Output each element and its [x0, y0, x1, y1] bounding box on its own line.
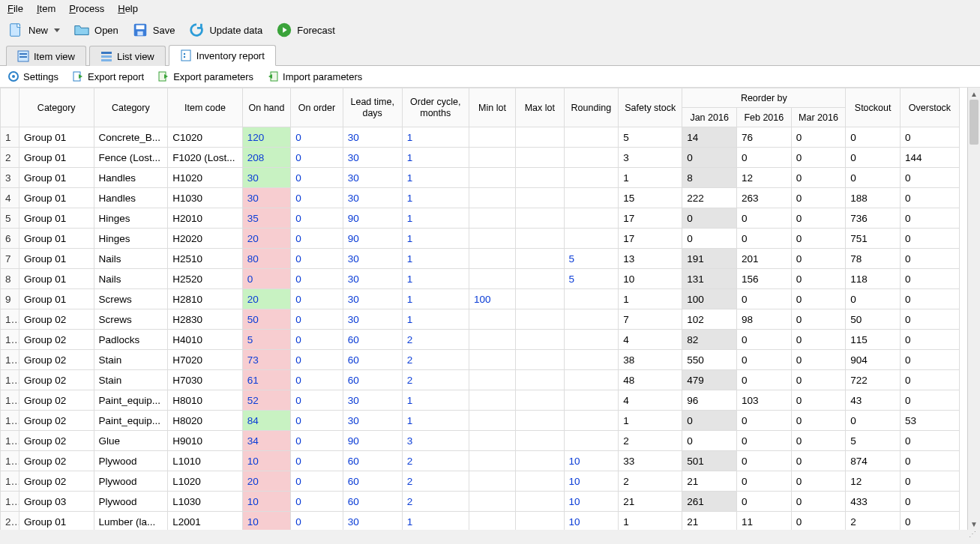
cell-safety-stock[interactable]: 4	[619, 330, 682, 350]
cell-stockout[interactable]: 0	[846, 289, 901, 309]
cell-reorder-mar[interactable]: 0	[791, 390, 846, 411]
cell-category2[interactable]: Plywood	[94, 471, 168, 492]
save-button[interactable]: Save	[132, 22, 175, 38]
cell-rownum[interactable]: 4	[1, 188, 19, 208]
cell-reorder-mar[interactable]: 0	[791, 127, 846, 148]
resize-grip[interactable]: ⋰	[0, 530, 980, 537]
cell-rounding[interactable]	[564, 188, 619, 208]
cell-stockout[interactable]: 736	[846, 208, 901, 229]
cell-order-cycle[interactable]: 1	[402, 512, 469, 531]
cell-rownum[interactable]: 5	[1, 208, 19, 229]
cell-rounding[interactable]: 5	[564, 269, 619, 289]
open-button[interactable]: Open	[73, 22, 118, 38]
cell-reorder-jan[interactable]: 8	[682, 168, 737, 188]
cell-stockout[interactable]: 904	[846, 350, 901, 370]
cell-max-lot[interactable]	[516, 370, 564, 390]
update-data-button[interactable]: Update data	[188, 22, 262, 38]
cell-overstock[interactable]: 0	[900, 390, 959, 411]
cell-rounding[interactable]	[564, 148, 619, 168]
table-row[interactable]: 8Group 01NailsH25200030151013115601180	[1, 269, 960, 289]
cell-reorder-mar[interactable]: 0	[791, 350, 846, 370]
cell-category[interactable]: Group 02	[19, 309, 94, 330]
cell-reorder-mar[interactable]: 0	[791, 471, 846, 492]
cell-rounding[interactable]	[564, 309, 619, 330]
cell-stockout[interactable]: 0	[846, 148, 901, 168]
cell-reorder-mar[interactable]: 0	[791, 168, 846, 188]
cell-min-lot[interactable]	[469, 148, 515, 168]
cell-safety-stock[interactable]: 3	[619, 148, 682, 168]
cell-stockout[interactable]: 50	[846, 309, 901, 330]
cell-reorder-mar[interactable]: 0	[791, 208, 846, 229]
cell-category[interactable]: Group 01	[19, 249, 94, 269]
cell-on-order[interactable]: 0	[291, 512, 343, 531]
cell-rownum[interactable]: 10	[1, 309, 19, 330]
cell-rownum[interactable]: 18	[1, 471, 19, 492]
cell-reorder-mar[interactable]: 0	[791, 431, 846, 451]
cell-on-hand[interactable]: 61	[242, 370, 290, 390]
table-row[interactable]: 11Group 02PadlocksH401050602482001150	[1, 330, 960, 350]
cell-lead-time[interactable]: 30	[343, 127, 402, 148]
cell-max-lot[interactable]	[516, 249, 564, 269]
cell-on-hand[interactable]: 30	[242, 188, 290, 208]
cell-reorder-feb[interactable]: 0	[736, 330, 791, 350]
cell-rownum[interactable]: 6	[1, 229, 19, 249]
cell-safety-stock[interactable]: 7	[619, 309, 682, 330]
cell-order-cycle[interactable]: 2	[402, 350, 469, 370]
cell-order-cycle[interactable]: 1	[402, 249, 469, 269]
cell-reorder-jan[interactable]: 479	[682, 370, 737, 390]
cell-lead-time[interactable]: 30	[343, 249, 402, 269]
cell-lead-time[interactable]: 30	[343, 390, 402, 411]
cell-category2[interactable]: Screws	[94, 309, 168, 330]
cell-category2[interactable]: Stain	[94, 370, 168, 390]
cell-rownum[interactable]: 15	[1, 411, 19, 431]
cell-order-cycle[interactable]: 1	[402, 229, 469, 249]
cell-reorder-mar[interactable]: 0	[791, 411, 846, 431]
inventory-table[interactable]: Category Category Item code On hand On o…	[0, 88, 960, 530]
cell-item-code[interactable]: H4010	[168, 330, 243, 350]
cell-order-cycle[interactable]: 2	[402, 451, 469, 471]
cell-reorder-jan[interactable]: 102	[682, 309, 737, 330]
cell-category2[interactable]: Padlocks	[94, 330, 168, 350]
cell-rownum[interactable]: 17	[1, 451, 19, 471]
cell-category[interactable]: Group 01	[19, 127, 94, 148]
cell-item-code[interactable]: H2830	[168, 309, 243, 330]
col-item-code[interactable]: Item code	[168, 88, 243, 127]
cell-max-lot[interactable]	[516, 127, 564, 148]
cell-category2[interactable]: Lumber (la...	[94, 512, 168, 531]
cell-item-code[interactable]: H8020	[168, 411, 243, 431]
cell-reorder-feb[interactable]: 0	[736, 370, 791, 390]
cell-lead-time[interactable]: 60	[343, 471, 402, 492]
cell-item-code[interactable]: C1020	[168, 127, 243, 148]
col-category[interactable]: Category	[19, 88, 94, 127]
cell-on-hand[interactable]: 52	[242, 390, 290, 411]
cell-category2[interactable]: Glue	[94, 431, 168, 451]
cell-max-lot[interactable]	[516, 471, 564, 492]
cell-safety-stock[interactable]: 38	[619, 350, 682, 370]
cell-lead-time[interactable]: 90	[343, 229, 402, 249]
cell-safety-stock[interactable]: 33	[619, 451, 682, 471]
cell-item-code[interactable]: L2001	[168, 512, 243, 531]
cell-max-lot[interactable]	[516, 289, 564, 309]
cell-overstock[interactable]: 0	[900, 249, 959, 269]
tab-inventory-report[interactable]: Inventory report	[169, 45, 276, 66]
cell-category[interactable]: Group 02	[19, 390, 94, 411]
cell-rownum[interactable]: 12	[1, 350, 19, 370]
cell-on-hand[interactable]: 34	[242, 431, 290, 451]
cell-on-order[interactable]: 0	[291, 350, 343, 370]
cell-on-order[interactable]: 0	[291, 330, 343, 350]
table-row[interactable]: 19Group 03PlywoodL1030100602102126100433…	[1, 492, 960, 512]
cell-max-lot[interactable]	[516, 269, 564, 289]
cell-category2[interactable]: Paint_equip...	[94, 390, 168, 411]
cell-reorder-jan[interactable]: 96	[682, 390, 737, 411]
cell-order-cycle[interactable]: 2	[402, 492, 469, 512]
cell-stockout[interactable]: 12	[846, 471, 901, 492]
cell-category[interactable]: Group 01	[19, 229, 94, 249]
col-reorder-by[interactable]: Reorder by	[682, 88, 846, 108]
cell-rounding[interactable]	[564, 350, 619, 370]
cell-rounding[interactable]	[564, 330, 619, 350]
cell-reorder-feb[interactable]: 0	[736, 451, 791, 471]
cell-overstock[interactable]: 0	[900, 512, 959, 531]
cell-overstock[interactable]: 144	[900, 148, 959, 168]
cell-reorder-feb[interactable]: 0	[736, 289, 791, 309]
cell-on-order[interactable]: 0	[291, 370, 343, 390]
